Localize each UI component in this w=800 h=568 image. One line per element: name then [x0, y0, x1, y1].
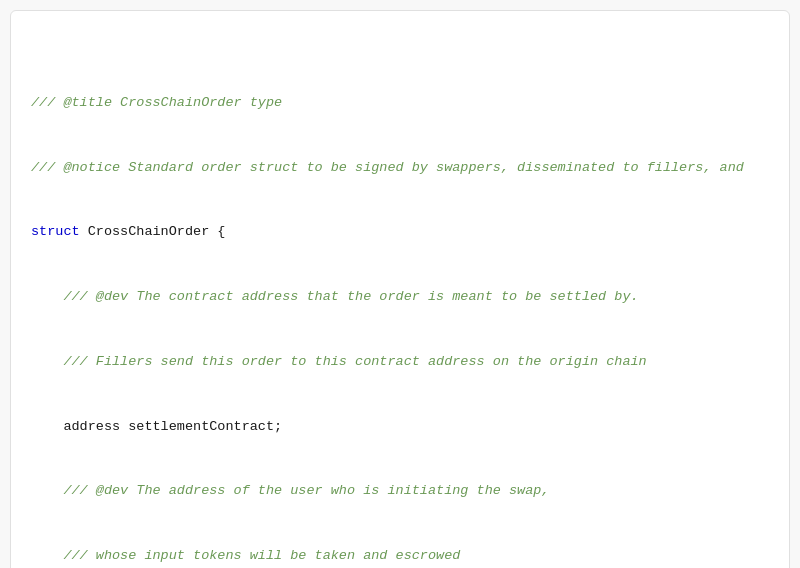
line-6: address settlementContract;: [31, 416, 769, 438]
code-block: /// @title CrossChainOrder type /// @not…: [31, 27, 769, 568]
code-container: /// @title CrossChainOrder type /// @not…: [10, 10, 790, 568]
line-4: /// @dev The contract address that the o…: [31, 286, 769, 308]
line-1: /// @title CrossChainOrder type: [31, 92, 769, 114]
line-8: /// whose input tokens will be taken and…: [31, 545, 769, 567]
line-7: /// @dev The address of the user who is …: [31, 480, 769, 502]
line-2: /// @notice Standard order struct to be …: [31, 157, 769, 179]
keyword-struct: struct: [31, 224, 80, 239]
line-5: /// Fillers send this order to this cont…: [31, 351, 769, 373]
line-3: struct CrossChainOrder {: [31, 221, 769, 243]
